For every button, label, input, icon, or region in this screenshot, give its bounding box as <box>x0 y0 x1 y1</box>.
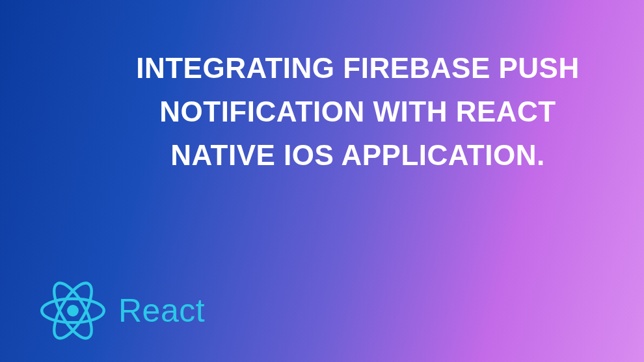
banner-title: INTEGRATING FIREBASE PUSH NOTIFICATION W… <box>0 0 644 177</box>
react-logo-label: React <box>118 292 205 330</box>
svg-point-0 <box>67 305 79 317</box>
react-logo-group: React <box>40 281 205 340</box>
banner-container: INTEGRATING FIREBASE PUSH NOTIFICATION W… <box>0 0 644 362</box>
react-icon <box>40 281 105 340</box>
